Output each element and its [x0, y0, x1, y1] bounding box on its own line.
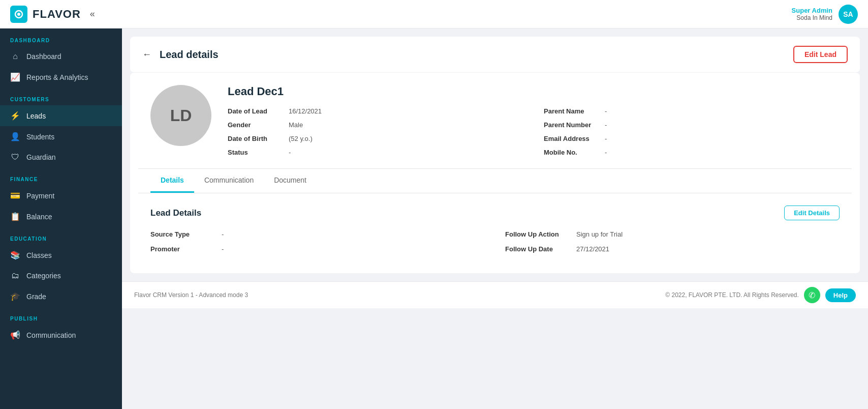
- sidebar-item-guardian[interactable]: 🛡 Guardian: [0, 147, 122, 167]
- promoter-label: Promoter: [150, 245, 216, 253]
- logo-area: FLAVOR «: [10, 6, 95, 23]
- communication-icon: 📢: [10, 330, 20, 340]
- sidebar-item-classes[interactable]: 📚 Classes: [0, 245, 122, 266]
- sidebar-item-balance[interactable]: 📋 Balance: [0, 206, 122, 227]
- grade-icon: 🎓: [10, 291, 20, 301]
- follow-up-date-value: 27/12/2021: [576, 245, 609, 253]
- detail-row-follow-up-action: Follow Up Action Sign up for Trial: [505, 230, 840, 238]
- sidebar-item-communication[interactable]: 📢 Communication: [0, 325, 122, 345]
- user-role: Super Admin: [792, 7, 832, 14]
- sidebar-item-dashboard[interactable]: ⌂ Dashboard: [0, 46, 122, 67]
- email-value: -: [605, 135, 607, 142]
- detail-row-promoter: Promoter -: [150, 245, 485, 253]
- help-button[interactable]: Help: [825, 288, 856, 302]
- tab-details[interactable]: Details: [150, 169, 194, 193]
- gender-label: Gender: [228, 121, 284, 129]
- section-title: Lead Details: [150, 208, 201, 218]
- sidebar-collapse-button[interactable]: «: [90, 9, 95, 19]
- sidebar-section-finance: FINANCE: [0, 167, 122, 185]
- sidebar-item-categories[interactable]: 🗂 Categories: [0, 266, 122, 286]
- lead-avatar: LD: [150, 85, 211, 146]
- section-header: Lead Details Edit Details: [150, 206, 840, 220]
- info-row-parent-number: Parent Number -: [544, 121, 840, 129]
- footer-right: © 2022, FLAVOR PTE. LTD. All Rights Rese…: [665, 287, 856, 303]
- source-type-label: Source Type: [150, 230, 216, 238]
- mobile-label: Mobile No.: [544, 149, 600, 156]
- date-of-lead-value: 16/12/2021: [289, 107, 322, 115]
- sidebar-section-publish: PUBLISH: [0, 307, 122, 325]
- status-value: -: [289, 149, 291, 156]
- info-row-date: Date of Lead 16/12/2021: [228, 107, 523, 115]
- follow-up-date-label: Follow Up Date: [505, 245, 571, 253]
- edit-lead-button[interactable]: Edit Lead: [793, 46, 848, 63]
- edit-details-button[interactable]: Edit Details: [784, 206, 840, 220]
- whatsapp-button[interactable]: ✆: [804, 287, 820, 303]
- sidebar-item-label: Leads: [26, 112, 46, 120]
- info-row-parent-name: Parent Name -: [544, 107, 840, 115]
- info-row-mobile: Mobile No. -: [544, 149, 840, 156]
- detail-row-follow-up-date: Follow Up Date 27/12/2021: [505, 245, 840, 253]
- main-layout: DASHBOARD ⌂ Dashboard 📈 Reports & Analyt…: [0, 28, 868, 409]
- profile-card: LD Lead Dec1 Date of Lead 16/12/2021 Gen…: [138, 73, 852, 169]
- gender-value: Male: [289, 121, 303, 129]
- follow-up-action-label: Follow Up Action: [505, 230, 571, 238]
- guardian-icon: 🛡: [10, 153, 20, 162]
- leads-icon: ⚡: [10, 111, 20, 121]
- students-icon: 👤: [10, 132, 20, 141]
- svg-point-2: [17, 13, 20, 16]
- parent-name-value: -: [605, 107, 607, 115]
- date-of-lead-label: Date of Lead: [228, 107, 284, 115]
- lead-name: Lead Dec1: [228, 85, 840, 98]
- info-row-dob: Date of Birth (52 y.o.): [228, 135, 523, 142]
- footer-version: Flavor CRM Version 1 - Advanced mode 3: [134, 291, 248, 299]
- sidebar-item-label: Reports & Analytics: [26, 73, 88, 81]
- sidebar-item-leads[interactable]: ⚡ Leads: [0, 105, 122, 126]
- info-grid: Date of Lead 16/12/2021 Gender Male Date…: [228, 107, 840, 156]
- info-row-email: Email Address -: [544, 135, 840, 142]
- payment-icon: 💳: [10, 191, 20, 200]
- categories-icon: 🗂: [10, 271, 20, 280]
- mobile-value: -: [605, 149, 607, 156]
- sidebar-item-label: Students: [26, 133, 54, 141]
- sidebar-item-label: Grade: [26, 293, 46, 301]
- sidebar-item-payment[interactable]: 💳 Payment: [0, 185, 122, 206]
- sidebar-item-label: Communication: [26, 331, 76, 339]
- footer: Flavor CRM Version 1 - Advanced mode 3 ©…: [122, 281, 868, 308]
- logo-text: FLAVOR: [33, 8, 81, 21]
- dob-label: Date of Birth: [228, 135, 284, 142]
- sidebar-item-label: Classes: [26, 251, 52, 259]
- reports-icon: 📈: [10, 72, 20, 82]
- footer-copyright: © 2022, FLAVOR PTE. LTD. All Rights Rese…: [665, 291, 799, 299]
- sidebar-item-reports[interactable]: 📈 Reports & Analytics: [0, 67, 122, 87]
- user-info: Super Admin Soda In Mind: [792, 7, 832, 21]
- top-header: FLAVOR « Super Admin Soda In Mind SA: [0, 0, 868, 28]
- back-arrow-button[interactable]: ←: [142, 49, 151, 60]
- parent-number-value: -: [605, 121, 607, 129]
- source-type-value: -: [222, 230, 224, 238]
- info-row-status: Status -: [228, 149, 523, 156]
- info-row-gender: Gender Male: [228, 121, 523, 129]
- parent-name-label: Parent Name: [544, 107, 600, 115]
- user-company: Soda In Mind: [792, 14, 832, 21]
- flavor-logo-icon: [10, 6, 27, 23]
- main-content: ← Lead details Edit Lead LD Lead Dec1 Da…: [122, 28, 868, 409]
- detail-row-source-type: Source Type -: [150, 230, 485, 238]
- lead-details-section: Lead Details Edit Details Source Type - …: [138, 193, 852, 265]
- sidebar-item-students[interactable]: 👤 Students: [0, 126, 122, 147]
- sidebar-section-education: EDUCATION: [0, 227, 122, 245]
- user-area: Super Admin Soda In Mind SA: [792, 5, 858, 24]
- classes-icon: 📚: [10, 250, 20, 260]
- page-title: Lead details: [160, 49, 219, 61]
- promoter-value: -: [222, 245, 224, 253]
- sidebar-item-label: Categories: [26, 272, 61, 280]
- lead-header-card: ← Lead details Edit Lead: [130, 37, 860, 73]
- tab-communication[interactable]: Communication: [194, 169, 264, 193]
- sidebar-item-label: Balance: [26, 213, 52, 221]
- sidebar-item-grade[interactable]: 🎓 Grade: [0, 286, 122, 307]
- sidebar-item-label: Payment: [26, 192, 54, 200]
- tab-document[interactable]: Document: [264, 169, 317, 193]
- sidebar: DASHBOARD ⌂ Dashboard 📈 Reports & Analyt…: [0, 28, 122, 409]
- dob-value: (52 y.o.): [289, 135, 313, 142]
- details-grid: Source Type - Follow Up Action Sign up f…: [150, 230, 840, 253]
- sidebar-item-label: Dashboard: [26, 52, 61, 61]
